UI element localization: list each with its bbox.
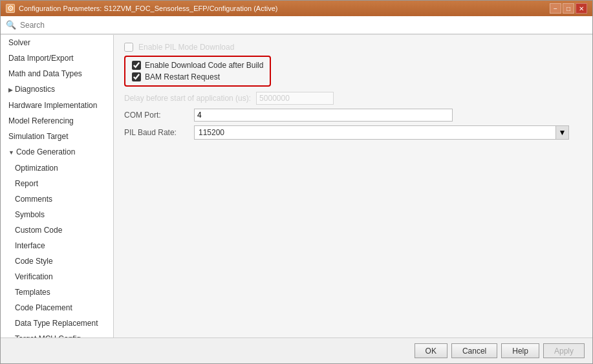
sidebar-item-code-generation[interactable]: ▼Code Generation (1, 144, 113, 160)
sidebar-item-templates[interactable]: Templates (1, 284, 113, 300)
sidebar-item-code-style[interactable]: Code Style (1, 253, 113, 269)
pil-mode-download-row: Enable PIL Mode Download (124, 43, 582, 52)
bam-restart-row: BAM Restart Request (132, 72, 263, 81)
ok-button[interactable]: OK (415, 343, 447, 358)
sidebar-item-data-import-export[interactable]: Data Import/Export (1, 50, 113, 66)
pil-baud-rate-row: PIL Baud Rate: 115200 ▼ (124, 125, 582, 140)
search-input[interactable] (20, 21, 587, 30)
sidebar-item-comments[interactable]: Comments (1, 191, 113, 207)
sidebar-item-code-placement[interactable]: Code Placement (1, 300, 113, 316)
pil-baud-rate-arrow[interactable]: ▼ (555, 126, 568, 139)
sidebar-item-interface[interactable]: Interface (1, 238, 113, 253)
delay-label: Delay before start of application (us): (124, 94, 251, 103)
sidebar-item-optimization[interactable]: Optimization (1, 160, 113, 176)
pil-baud-rate-dropdown[interactable]: 115200 ▼ (194, 125, 569, 140)
bottom-bar: OK Cancel Help Apply (1, 337, 592, 363)
main-window: ⚙ Configuration Parameters: S12ZVM_FOC_S… (0, 0, 593, 364)
title-bar-controls: − □ ✕ (550, 3, 587, 14)
sidebar: Solver Data Import/Export Math and Data … (1, 35, 114, 337)
window-title: Configuration Parameters: S12ZVM_FOC_Sen… (19, 5, 277, 12)
enable-download-label[interactable]: Enable Download Code after Build (132, 61, 263, 70)
sidebar-item-verification[interactable]: Verification (1, 269, 113, 284)
app-icon: ⚙ (6, 4, 15, 13)
pil-baud-rate-value: 115200 (195, 127, 555, 138)
bam-restart-checkbox[interactable] (132, 72, 141, 81)
maximize-button[interactable]: □ (563, 3, 574, 14)
pil-mode-download-label: Enable PIL Mode Download (138, 43, 234, 52)
sidebar-item-custom-code[interactable]: Custom Code (1, 222, 113, 238)
sidebar-item-simulation-target[interactable]: Simulation Target (1, 129, 113, 144)
sidebar-item-math-data-types[interactable]: Math and Data Types (1, 66, 113, 81)
com-port-row: COM Port: (124, 109, 582, 122)
title-bar: ⚙ Configuration Parameters: S12ZVM_FOC_S… (1, 1, 592, 16)
sidebar-item-solver[interactable]: Solver (1, 35, 113, 50)
search-bar: 🔍 (1, 16, 592, 34)
highlight-box: Enable Download Code after Build BAM Res… (124, 56, 271, 87)
search-icon: 🔍 (6, 20, 16, 30)
sidebar-item-diagnostics[interactable]: ▶Diagnostics (1, 81, 113, 98)
pil-baud-rate-label: PIL Baud Rate: (124, 128, 189, 137)
bam-restart-label[interactable]: BAM Restart Request (132, 72, 220, 81)
enable-download-checkbox[interactable] (132, 61, 141, 70)
sidebar-item-symbols[interactable]: Symbols (1, 207, 113, 222)
minimize-button[interactable]: − (550, 3, 561, 14)
delay-input[interactable] (256, 92, 334, 105)
enable-download-row: Enable Download Code after Build (132, 61, 263, 70)
sidebar-item-data-type-replacement[interactable]: Data Type Replacement (1, 316, 113, 331)
delay-row: Delay before start of application (us): (124, 92, 582, 105)
cancel-button[interactable]: Cancel (451, 343, 497, 358)
pil-mode-download-checkbox[interactable] (124, 43, 133, 52)
com-port-label: COM Port: (124, 111, 189, 120)
main-area: Solver Data Import/Export Math and Data … (1, 34, 592, 337)
close-button[interactable]: ✕ (576, 3, 587, 14)
content-area: Enable PIL Mode Download Enable Download… (114, 35, 592, 337)
sidebar-item-report[interactable]: Report (1, 176, 113, 191)
apply-button[interactable]: Apply (543, 343, 585, 358)
sidebar-item-target-mcu-config[interactable]: Target MCU Config (1, 331, 113, 337)
com-port-input[interactable] (194, 109, 453, 122)
sidebar-item-model-referencing[interactable]: Model Referencing (1, 113, 113, 129)
help-button[interactable]: Help (501, 343, 539, 358)
title-bar-left: ⚙ Configuration Parameters: S12ZVM_FOC_S… (6, 4, 277, 13)
sidebar-item-hardware-impl[interactable]: Hardware Implementation (1, 98, 113, 113)
